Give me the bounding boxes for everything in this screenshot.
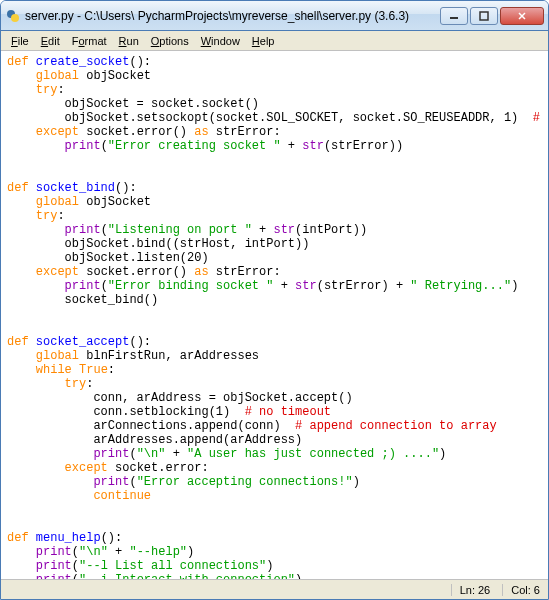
- svg-rect-3: [480, 12, 488, 20]
- code-line: try:: [7, 377, 542, 391]
- code-line: print("\n" + "--help"): [7, 545, 542, 559]
- code-line: global blnFirstRun, arAddresses: [7, 349, 542, 363]
- code-line: print("Listening on port " + str(intPort…: [7, 223, 542, 237]
- code-line: objSocket.bind((strHost, intPort)): [7, 237, 542, 251]
- menu-edit[interactable]: Edit: [35, 33, 66, 49]
- code-line: def socket_accept():: [7, 335, 542, 349]
- maximize-button[interactable]: [470, 7, 498, 25]
- code-line: [7, 517, 542, 531]
- code-line: print("--l List all connections"): [7, 559, 542, 573]
- statusbar: Ln: 26 Col: 6: [1, 579, 548, 599]
- code-line: def socket_bind():: [7, 181, 542, 195]
- code-line: global objSocket: [7, 69, 542, 83]
- code-editor[interactable]: def create_socket(): global objSocket tr…: [1, 51, 548, 579]
- code-line: continue: [7, 489, 542, 503]
- window-controls: [440, 7, 544, 25]
- code-line: [7, 153, 542, 167]
- code-line: [7, 307, 542, 321]
- titlebar[interactable]: server.py - C:\Users\ PycharmProjects\my…: [1, 1, 548, 31]
- code-line: arConnections.append(conn) # append conn…: [7, 419, 542, 433]
- menu-run[interactable]: Run: [113, 33, 145, 49]
- code-line: objSocket.listen(20): [7, 251, 542, 265]
- code-line: def create_socket():: [7, 55, 542, 69]
- minimize-button[interactable]: [440, 7, 468, 25]
- close-button[interactable]: [500, 7, 544, 25]
- code-line: [7, 167, 542, 181]
- code-line: print("Error accepting connections!"): [7, 475, 542, 489]
- menubar: File Edit Format Run Options Window Help: [1, 31, 548, 51]
- code-line: global objSocket: [7, 195, 542, 209]
- code-line: [7, 503, 542, 517]
- code-line: def menu_help():: [7, 531, 542, 545]
- svg-point-1: [11, 14, 19, 22]
- code-line: print("\n" + "A user has just connected …: [7, 447, 542, 461]
- code-line: objSocket.setsockopt(socket.SOL_SOCKET, …: [7, 111, 542, 125]
- code-line: except socket.error() as strError:: [7, 265, 542, 279]
- code-line: socket_bind(): [7, 293, 542, 307]
- code-line: except socket.error:: [7, 461, 542, 475]
- code-line: print("Error binding socket " + str(strE…: [7, 279, 542, 293]
- menu-window[interactable]: Window: [195, 33, 246, 49]
- code-line: print("Error creating socket " + str(str…: [7, 139, 542, 153]
- menu-help[interactable]: Help: [246, 33, 281, 49]
- menu-format[interactable]: Format: [66, 33, 113, 49]
- menu-options[interactable]: Options: [145, 33, 195, 49]
- code-line: [7, 321, 542, 335]
- code-line: while True:: [7, 363, 542, 377]
- status-col: Col: 6: [502, 584, 540, 596]
- code-line: arAddresses.append(arAddress): [7, 433, 542, 447]
- code-line: try:: [7, 83, 542, 97]
- python-icon: [5, 8, 21, 24]
- window-title: server.py - C:\Users\ PycharmProjects\my…: [25, 9, 440, 23]
- status-line: Ln: 26: [451, 584, 491, 596]
- code-line: try:: [7, 209, 542, 223]
- idle-window: server.py - C:\Users\ PycharmProjects\my…: [0, 0, 549, 600]
- code-line: objSocket = socket.socket(): [7, 97, 542, 111]
- code-line: conn, arAddress = objSocket.accept(): [7, 391, 542, 405]
- code-line: conn.setblocking(1) # no timeout: [7, 405, 542, 419]
- code-line: except socket.error() as strError:: [7, 125, 542, 139]
- menu-file[interactable]: File: [5, 33, 35, 49]
